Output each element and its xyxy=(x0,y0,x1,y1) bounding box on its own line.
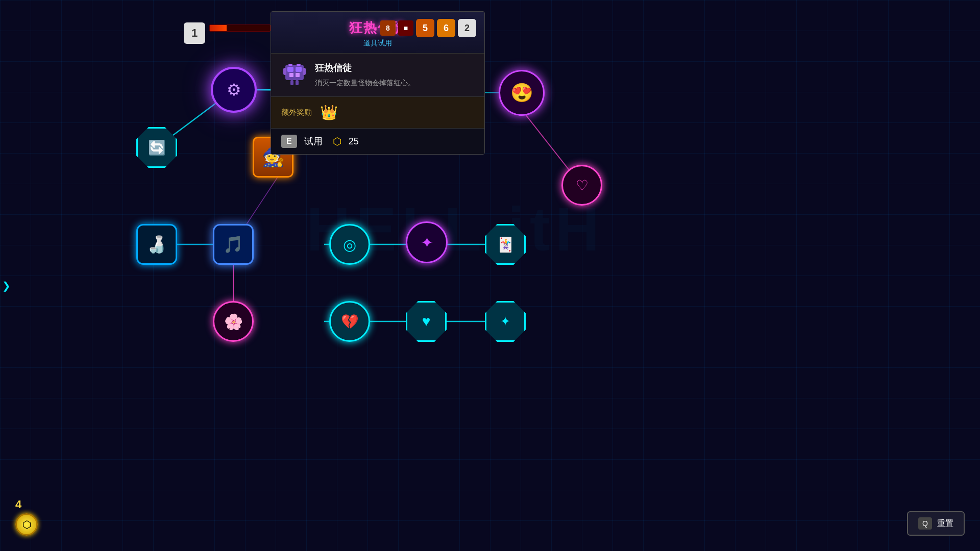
node-mid-left-2[interactable]: 🎵 xyxy=(213,224,254,265)
header-counter-1: 8 xyxy=(380,20,396,36)
node-bottom-right[interactable]: ✦ xyxy=(485,301,526,342)
hp-bar-fill xyxy=(210,25,227,31)
svg-rect-21 xyxy=(296,80,299,85)
header-counter-3: 5 xyxy=(416,19,434,37)
node-bottom-center-1[interactable]: 💔 xyxy=(329,301,370,342)
tooltip-body: 狂热信徒 消灭一定数量怪物会掉落红心。 xyxy=(271,54,484,97)
tooltip-bonus: 额外奖励 👑 xyxy=(271,97,484,129)
item-icon xyxy=(281,62,308,88)
price-value: 25 xyxy=(349,136,359,147)
tooltip-panel: 狂热信徒 道具试用 8 ■ 5 6 2 xyxy=(271,11,485,155)
node-mid-center-1[interactable]: ◎ xyxy=(329,224,370,265)
crown-icon: 👑 xyxy=(320,104,338,121)
action-key: E xyxy=(281,135,297,148)
svg-rect-16 xyxy=(289,73,293,77)
svg-rect-23 xyxy=(297,64,301,66)
currency-count: 4 xyxy=(15,498,38,511)
node-bottom-left[interactable]: 🌸 xyxy=(213,301,254,342)
round-number: 1 xyxy=(191,27,198,40)
svg-rect-15 xyxy=(296,67,302,72)
header-round-2: 2 xyxy=(458,19,476,37)
node-mid-center-2[interactable]: ✦ xyxy=(406,221,448,263)
tooltip-subtitle: 道具试用 xyxy=(281,39,474,48)
svg-rect-17 xyxy=(296,73,300,77)
svg-rect-22 xyxy=(288,64,292,66)
side-arrow-left[interactable]: ❯ xyxy=(0,276,13,296)
bonus-label: 额外奖励 xyxy=(281,108,312,117)
action-label: 试用 xyxy=(304,135,323,147)
reset-key: Q xyxy=(918,517,932,530)
currency-icon: ⬡ xyxy=(15,513,38,536)
price-icon: ⬡ xyxy=(333,135,341,147)
node-bottom-center-2[interactable]: ♥ xyxy=(406,301,447,342)
reset-label: 重置 xyxy=(937,518,953,529)
node-mid-right[interactable]: 🃏 xyxy=(485,224,526,265)
svg-rect-18 xyxy=(283,68,286,75)
tooltip-action[interactable]: E 试用 ⬡ 25 xyxy=(271,129,484,154)
tooltip-header: 狂热信徒 道具试用 8 ■ 5 6 2 xyxy=(271,12,484,54)
active-node[interactable]: ⚙ xyxy=(211,67,257,113)
node-mid-left-1[interactable]: 🍶 xyxy=(136,224,177,265)
round-badge: 1 xyxy=(184,22,205,44)
svg-rect-19 xyxy=(303,68,306,75)
header-counter-2: ■ xyxy=(398,20,413,36)
node-top-left[interactable]: 🔄 xyxy=(136,127,177,168)
hp-bar-area xyxy=(209,24,271,32)
item-info: 狂热信徒 消灭一定数量怪物会掉落红心。 xyxy=(315,62,415,88)
svg-rect-20 xyxy=(290,80,293,85)
reset-button[interactable]: Q 重置 xyxy=(907,511,965,536)
header-counter-4: 6 xyxy=(437,19,455,37)
map-area: 🔄 ⚙ 😍 ♡ 🧙 🍶 🎵 xyxy=(0,0,980,551)
node-right-top-purple[interactable]: 😍 xyxy=(499,70,545,116)
node-far-right[interactable]: ♡ xyxy=(561,165,602,206)
item-name: 狂热信徒 xyxy=(315,62,415,74)
item-desc: 消灭一定数量怪物会掉落红心。 xyxy=(315,77,415,88)
currency-display: 4 ⬡ xyxy=(15,498,38,536)
svg-rect-14 xyxy=(287,67,293,72)
